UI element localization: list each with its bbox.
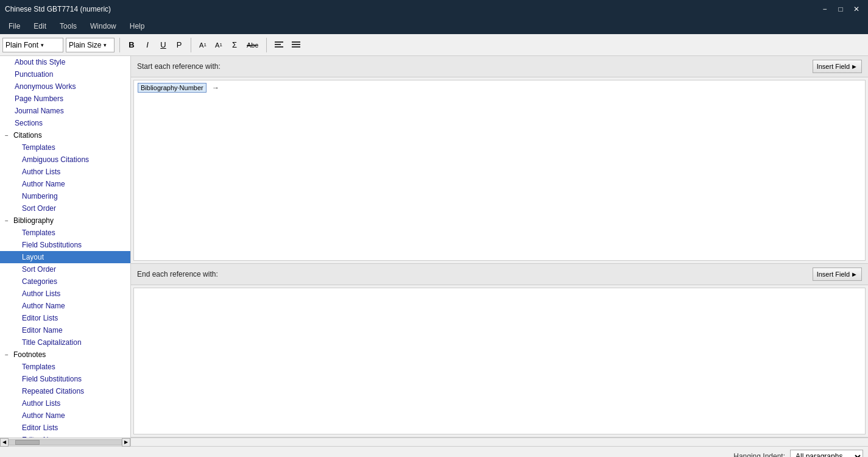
- sidebar-scrollbar-area: ◀ ▶: [0, 438, 868, 446]
- top-panel: Start each reference with: Insert Field …: [131, 56, 868, 264]
- svg-rect-3: [292, 41, 300, 43]
- font-label: Plain Font: [5, 41, 38, 49]
- sidebar-item-fn-field-subs[interactable]: Field Substitutions: [0, 373, 130, 385]
- sidebar-item-bib-editor-lists[interactable]: Editor Lists: [0, 312, 130, 324]
- menu-tools[interactable]: Tools: [54, 21, 83, 32]
- scrollbar-track[interactable]: [9, 439, 122, 445]
- bold-button[interactable]: B: [125, 38, 138, 52]
- footnotes-expander-icon: −: [5, 352, 12, 358]
- sidebar-item-cit-ambiguous[interactable]: Ambiguous Citations: [0, 154, 130, 166]
- sidebar-item-fn-editor-lists[interactable]: Editor Lists: [0, 422, 130, 434]
- sidebar-item-fn-author-name[interactable]: Author Name: [0, 409, 130, 422]
- window-title: Chinese Std GBT7714 (numeric): [5, 5, 111, 13]
- abc-button[interactable]: Abc: [244, 38, 261, 52]
- hanging-indent-label: Hanging Indent:: [733, 452, 785, 458]
- svg-rect-1: [275, 44, 281, 45]
- toolbar-separator-2: [191, 38, 191, 52]
- close-button[interactable]: ✕: [850, 3, 863, 15]
- sidebar-item-cit-author-name[interactable]: Author Name: [0, 178, 130, 190]
- bottom-panel: End each reference with: Insert Field ►: [131, 264, 868, 438]
- svg-rect-4: [292, 44, 300, 45]
- svg-rect-0: [275, 41, 283, 43]
- bibliography-expander-icon: −: [5, 218, 12, 224]
- top-panel-content[interactable]: Bibliography·Number →: [133, 80, 866, 261]
- field-arrow-icon: →: [212, 83, 219, 92]
- bottom-panel-header: End each reference with: Insert Field ►: [131, 264, 868, 285]
- underline-button[interactable]: U: [157, 38, 170, 52]
- sidebar-item-bib-author-lists[interactable]: Author Lists: [0, 288, 130, 300]
- sidebar[interactable]: About this Style Punctuation Anonymous W…: [0, 56, 131, 438]
- bottom-insert-field-button[interactable]: Insert Field ►: [813, 267, 862, 281]
- sidebar-item-bib-title-cap[interactable]: Title Capitalization: [0, 336, 130, 349]
- sidebar-item-bib-layout[interactable]: Layout: [0, 251, 130, 263]
- hanging-indent-dropdown[interactable]: All paragraphs First paragraph No paragr…: [790, 450, 863, 458]
- sidebar-scrollbar[interactable]: ◀ ▶: [0, 438, 131, 446]
- sigma-button[interactable]: Σ: [228, 38, 241, 52]
- italic-button[interactable]: I: [141, 38, 154, 52]
- restore-button[interactable]: □: [834, 3, 847, 15]
- sidebar-item-punctuation[interactable]: Punctuation: [0, 68, 130, 80]
- sidebar-item-page-numbers[interactable]: Page Numbers: [0, 93, 130, 105]
- bottom-insert-arrow-icon: ►: [851, 271, 858, 278]
- menu-file[interactable]: File: [2, 21, 26, 32]
- citations-expander-icon: −: [5, 132, 12, 139]
- sidebar-item-footnotes[interactable]: − Footnotes: [0, 349, 130, 361]
- align-left-button[interactable]: [272, 38, 286, 52]
- menu-help[interactable]: Help: [124, 21, 151, 32]
- top-panel-header: Start each reference with: Insert Field …: [131, 56, 868, 77]
- size-chevron-icon: ▾: [104, 42, 107, 48]
- sidebar-item-cit-sort-order[interactable]: Sort Order: [0, 202, 130, 214]
- sidebar-item-fn-repeated[interactable]: Repeated Citations: [0, 385, 130, 397]
- sidebar-item-anonymous[interactable]: Anonymous Works: [0, 80, 130, 93]
- sidebar-item-sections[interactable]: Sections: [0, 117, 130, 129]
- menu-bar: File Edit Tools Window Help: [0, 18, 868, 34]
- menu-edit[interactable]: Edit: [27, 21, 52, 32]
- content-scrollbar-placeholder: [131, 438, 868, 446]
- minimize-button[interactable]: −: [818, 3, 831, 15]
- menu-window[interactable]: Window: [84, 21, 122, 32]
- svg-rect-5: [292, 46, 300, 48]
- sidebar-item-bib-field-subs[interactable]: Field Substitutions: [0, 239, 130, 251]
- insert-field-arrow-icon: ►: [851, 63, 858, 70]
- font-dropdown[interactable]: Plain Font ▾: [2, 38, 63, 52]
- font-chevron-icon: ▾: [41, 42, 44, 48]
- sidebar-item-bib-author-name[interactable]: Author Name: [0, 300, 130, 312]
- scroll-right-arrow[interactable]: ▶: [122, 438, 130, 447]
- sidebar-item-citations[interactable]: − Citations: [0, 129, 130, 141]
- bottom-panel-content[interactable]: [133, 288, 866, 434]
- superscript-button[interactable]: A1: [196, 38, 210, 52]
- sidebar-item-bib-templates[interactable]: Templates: [0, 227, 130, 239]
- sidebar-item-bibliography[interactable]: − Bibliography: [0, 214, 130, 227]
- justify-button[interactable]: [289, 38, 303, 52]
- sidebar-item-fn-author-lists[interactable]: Author Lists: [0, 397, 130, 409]
- sidebar-item-cit-numbering[interactable]: Numbering: [0, 190, 130, 202]
- sidebar-item-fn-templates[interactable]: Templates: [0, 361, 130, 373]
- size-dropdown[interactable]: Plain Size ▾: [66, 38, 115, 52]
- sidebar-item-bib-editor-name[interactable]: Editor Name: [0, 324, 130, 336]
- sidebar-item-cit-templates[interactable]: Templates: [0, 141, 130, 154]
- sidebar-item-cit-author-lists[interactable]: Author Lists: [0, 166, 130, 178]
- plain-button[interactable]: P: [172, 38, 186, 52]
- sidebar-item-fn-editor-name[interactable]: Editor Name: [0, 434, 130, 438]
- status-bar: Hanging Indent: All paragraphs First par…: [0, 446, 868, 457]
- title-bar: Chinese Std GBT7714 (numeric) − □ ✕: [0, 0, 868, 18]
- content-area: Start each reference with: Insert Field …: [131, 56, 868, 438]
- bottom-panel-label: End each reference with:: [137, 270, 218, 278]
- top-panel-label: Start each reference with:: [137, 62, 221, 71]
- sidebar-item-about[interactable]: About this Style: [0, 56, 130, 68]
- window-controls: − □ ✕: [818, 3, 863, 15]
- size-label: Plain Size: [69, 41, 101, 49]
- subscript-button[interactable]: A1: [212, 38, 225, 52]
- toolbar-separator-3: [266, 38, 267, 52]
- sidebar-item-bib-sort-order[interactable]: Sort Order: [0, 263, 130, 275]
- scrollbar-thumb[interactable]: [15, 440, 40, 445]
- top-insert-field-button[interactable]: Insert Field ►: [813, 60, 862, 73]
- scroll-left-arrow[interactable]: ◀: [0, 438, 9, 447]
- main-layout: About this Style Punctuation Anonymous W…: [0, 56, 868, 438]
- toolbar: Plain Font ▾ Plain Size ▾ B I U P A1 A1 …: [0, 34, 868, 56]
- svg-rect-2: [275, 46, 283, 48]
- sidebar-item-journal-names[interactable]: Journal Names: [0, 105, 130, 117]
- bibliography-number-field[interactable]: Bibliography·Number: [138, 83, 206, 93]
- toolbar-separator-1: [119, 38, 120, 52]
- sidebar-item-bib-categories[interactable]: Categories: [0, 275, 130, 288]
